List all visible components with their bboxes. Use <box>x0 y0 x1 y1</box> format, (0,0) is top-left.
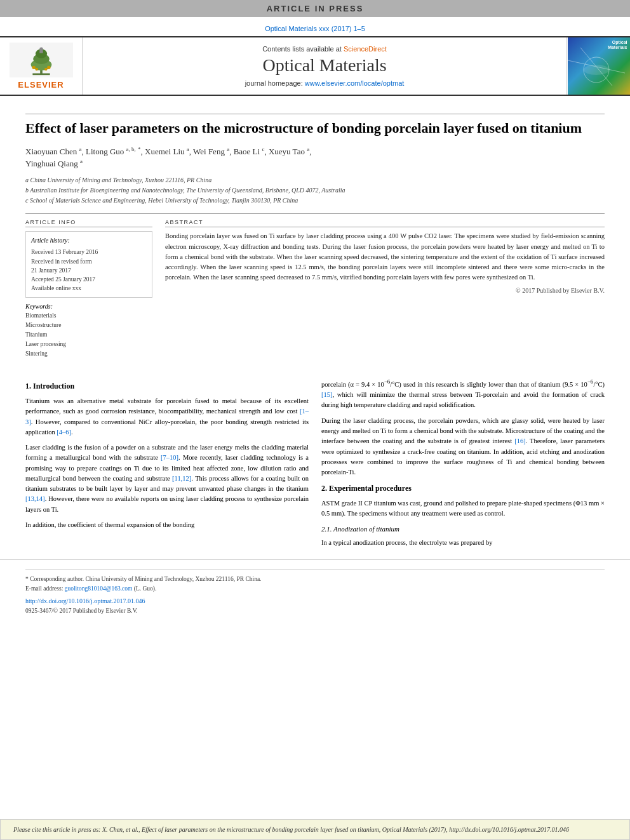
body-right-col: porcelain (α = 9.4 × 10−6/°C) used in th… <box>321 378 605 552</box>
keywords-label: Keywords: <box>25 303 152 310</box>
ref-13-14[interactable]: [13,14] <box>25 495 45 502</box>
section1-heading: 1. Introduction <box>25 380 309 392</box>
article-info-box: Article history: Received 13 February 20… <box>25 231 152 297</box>
received-revised-label: Received in revised form <box>31 257 147 266</box>
ref-7-10[interactable]: [7–10] <box>161 454 178 461</box>
abstract-text: Bonding porcelain layer was fused on Ti … <box>165 231 605 283</box>
email-link[interactable]: guolitong810104@163.com <box>65 585 133 592</box>
journal-cover-box: OpticalMaterials <box>566 37 630 95</box>
email-note: E-mail address: guolitong810104@163.com … <box>25 584 605 594</box>
body-left-col: 1. Introduction Titanium was an alternat… <box>25 378 309 552</box>
revised-date: 21 January 2017 <box>31 266 147 275</box>
journal-homepage-line: journal homepage: www.elsevier.com/locat… <box>245 79 405 87</box>
ref-15[interactable]: [15] <box>321 391 333 398</box>
abstract-heading: ABSTRACT <box>165 219 605 227</box>
section1-para1: Titanium was an alternative metal substr… <box>25 396 309 437</box>
citation-text: Please cite this article in press as: X.… <box>13 826 569 833</box>
copyright-line: © 2017 Published by Elsevier B.V. <box>165 287 605 294</box>
journal-homepage-link[interactable]: www.elsevier.com/locate/optmat <box>305 79 405 87</box>
received-date: Received 13 February 2016 <box>31 248 147 257</box>
available-online: Available online xxx <box>31 284 147 293</box>
body-section: 1. Introduction Titanium was an alternat… <box>0 371 630 559</box>
journal-cover-image: OpticalMaterials <box>568 37 630 95</box>
journal-main-title: Optical Materials <box>262 55 386 76</box>
ref-11-12[interactable]: [11,12] <box>172 475 191 482</box>
affiliations: a China University of Mining and Technol… <box>25 175 605 206</box>
article-title: Effect of laser parameters on the micros… <box>25 119 605 138</box>
section1-right-para1: porcelain (α = 9.4 × 10−6/°C) used in th… <box>321 378 605 410</box>
affil-c: c School of Materials Science and Engine… <box>25 196 605 206</box>
doi-link[interactable]: http://dx.doi.org/10.1016/j.optmat.2017.… <box>25 597 145 604</box>
keyword-3: Titanium <box>25 330 152 340</box>
footnote-area: * Corresponding author. China University… <box>0 559 630 620</box>
svg-point-5 <box>32 65 35 69</box>
keyword-2: Microstructure <box>25 321 152 330</box>
corresponding-author-note: * Corresponding author. China University… <box>25 575 605 584</box>
abstract-col: ABSTRACT Bonding porcelain layer was fus… <box>165 219 605 359</box>
svg-point-7 <box>35 67 38 70</box>
elsevier-tree-logo <box>10 43 73 77</box>
article-history-label: Article history: <box>31 236 147 246</box>
authors-line: Xiaoyuan Chen a, Litong Guo a, b, *, Xue… <box>25 145 605 171</box>
affil-a: a China University of Mining and Technol… <box>25 175 605 185</box>
ref-4-6[interactable]: [4–6] <box>57 429 71 436</box>
keyword-1: Biomaterials <box>25 311 152 321</box>
contents-available-line: Contents lists available at ScienceDirec… <box>262 45 387 53</box>
svg-point-8 <box>44 67 48 70</box>
journal-header-row: ELSEVIER Contents lists available at Sci… <box>0 36 630 96</box>
elsevier-label: ELSEVIER <box>18 80 64 90</box>
ref-1-3[interactable]: [1–3] <box>25 408 309 425</box>
article-in-press-banner: ARTICLE IN PRESS <box>0 0 630 17</box>
journal-title-center: Contents lists available at ScienceDirec… <box>83 37 566 95</box>
issn-line: 0925-3467/© 2017 Published by Elsevier B… <box>25 608 138 614</box>
section21-heading: 2.1. Anodization of titanium <box>321 524 605 535</box>
svg-rect-10 <box>39 50 43 53</box>
keyword-4: Laser processing <box>25 340 152 349</box>
journal-ref-link[interactable]: Optical Materials xxx (2017) 1–5 <box>265 25 365 32</box>
section21-para1: In a typical anodization process, the el… <box>321 538 605 548</box>
accepted-date: Accepted 25 January 2017 <box>31 275 147 284</box>
keywords-section: Keywords: Biomaterials Microstructure Ti… <box>25 303 152 359</box>
sciencedirect-link[interactable]: ScienceDirect <box>344 45 387 53</box>
svg-line-15 <box>580 48 612 86</box>
elsevier-logo-box: ELSEVIER <box>0 37 83 95</box>
svg-rect-1 <box>32 73 50 75</box>
ref-16[interactable]: [16] <box>514 437 526 444</box>
section1-para2: Laser cladding is the fusion of a powder… <box>25 443 309 515</box>
affil-b: b Australian Institute for Bioengineerin… <box>25 185 605 196</box>
section1-right-para2: During the laser cladding process, the p… <box>321 416 605 478</box>
section2-para1: ASTM grade II CP titanium was cast, grou… <box>321 498 605 519</box>
section1-para3: In addition, the coefficient of thermal … <box>25 520 309 530</box>
journal-ref-header: Optical Materials xxx (2017) 1–5 <box>0 17 630 36</box>
article-info-col: ARTICLE INFO Article history: Received 1… <box>25 219 152 359</box>
article-info-heading: ARTICLE INFO <box>25 219 152 227</box>
info-abstract-section: ARTICLE INFO Article history: Received 1… <box>25 219 605 359</box>
article-content-area: Effect of laser parameters on the micros… <box>0 96 630 371</box>
keyword-5: Sintering <box>25 349 152 359</box>
svg-point-6 <box>47 65 50 69</box>
citation-bar: Please cite this article in press as: X.… <box>0 819 630 840</box>
section2-heading: 2. Experimental procedures <box>321 483 605 495</box>
